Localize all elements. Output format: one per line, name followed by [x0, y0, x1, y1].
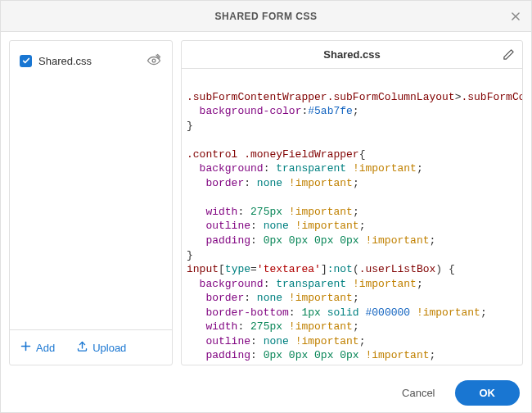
dialog-footer: Cancel OK: [1, 374, 531, 412]
editor-title: Shared.css: [323, 48, 380, 61]
shared-form-css-dialog: SHARED FORM CSS Shared.css: [0, 0, 532, 413]
upload-icon: [76, 340, 88, 355]
plus-icon: [20, 340, 32, 355]
file-name-label: Shared.css: [38, 55, 139, 67]
upload-button[interactable]: Upload: [71, 337, 131, 358]
add-label: Add: [36, 342, 55, 354]
svg-point-2: [152, 59, 156, 62]
ok-button[interactable]: OK: [455, 380, 521, 406]
sidebar-actions: Add Upload: [10, 329, 172, 365]
pencil-icon[interactable]: [501, 48, 516, 62]
visibility-icon[interactable]: [146, 52, 162, 69]
editor-panel: Shared.css .subFormContentWrapper.subFor…: [181, 40, 523, 365]
close-icon[interactable]: [508, 9, 523, 24]
add-button[interactable]: Add: [15, 337, 60, 358]
file-sidebar: Shared.css Add: [9, 40, 173, 365]
code-editor[interactable]: .subFormContentWrapper.subFormColumnLayo…: [182, 69, 522, 365]
upload-label: Upload: [92, 342, 126, 354]
cancel-button[interactable]: Cancel: [390, 380, 446, 406]
file-row[interactable]: Shared.css: [15, 48, 167, 74]
file-list: Shared.css: [10, 41, 172, 329]
file-checkbox[interactable]: [20, 55, 32, 67]
dialog-title: SHARED FORM CSS: [215, 11, 318, 22]
dialog-header: SHARED FORM CSS: [1, 1, 531, 32]
dialog-body: Shared.css Add: [1, 32, 531, 374]
editor-header: Shared.css: [182, 41, 522, 69]
